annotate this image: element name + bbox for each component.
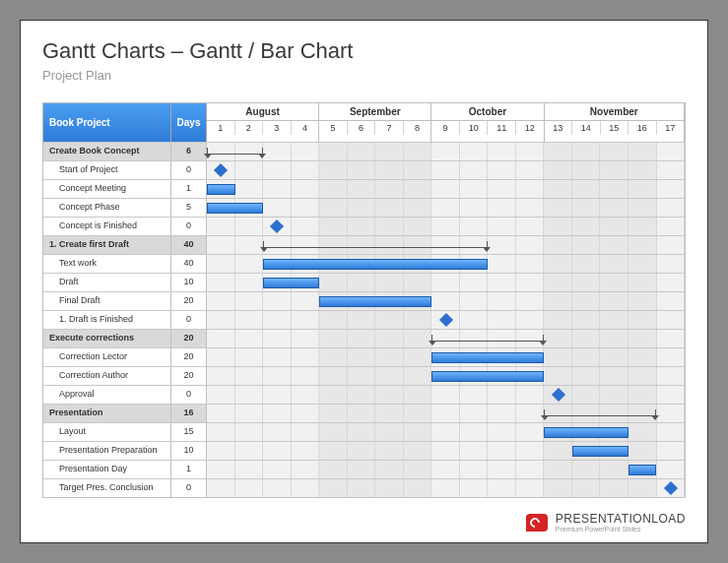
week-label: 13 [545,121,573,135]
gantt-bar [319,296,431,307]
gantt-grid-row [207,311,685,329]
gantt-task-row: Presentation Preparation10 [43,441,685,460]
task-name: Presentation [43,405,171,422]
gantt-group-row: 1. Create first Draft40 [43,235,685,254]
week-label: 14 [572,121,601,135]
task-name: Start of Project [43,161,171,179]
task-days: 40 [171,236,207,254]
week-label: 10 [460,121,489,135]
task-days: 16 [171,405,207,422]
gantt-task-row: Correction Author20 [43,366,685,385]
task-name: Layout [43,423,171,441]
summary-bracket [207,148,263,155]
gantt-grid-row [207,180,685,198]
slide: Gantt Charts – Gantt / Bar Chart Project… [20,20,708,543]
gantt-grid-row [207,236,685,254]
summary-bracket [544,409,656,416]
week-label: 2 [235,121,264,135]
month-header: November1314151617 [545,103,685,142]
task-days: 10 [171,274,207,291]
task-days: 20 [171,292,207,310]
gantt-group-row: Execute corrections20 [43,329,685,347]
gantt-bar [263,259,488,270]
month-header: October9101112 [431,103,544,142]
week-label: 9 [431,121,460,135]
gantt-grid-row [207,386,685,404]
footer-brand: PRESENTATIONLOAD Premium PowerPoint Slid… [526,512,686,532]
days-column-header: Days [171,103,207,142]
task-days: 15 [171,423,207,441]
task-name: Concept Meeting [43,180,171,198]
gantt-grid-row [207,461,685,478]
gantt-task-row: Approval0 [43,385,685,404]
gantt-task-row: Correction Lector20 [43,347,685,366]
task-days: 0 [171,161,207,179]
summary-bracket [263,241,488,248]
brand-name: PRESENTATIONLOAD [556,512,686,526]
gantt-grid-row [207,367,685,385]
gantt-grid-row [207,405,685,422]
task-days: 0 [171,479,207,497]
week-label: 17 [657,121,685,135]
gantt-task-row: Concept Phase5 [43,198,685,217]
gantt-grid-row [207,292,685,310]
task-name: Text work [43,255,171,273]
gantt-task-row: Draft10 [43,273,685,291]
gantt-task-row: Concept Meeting1 [43,179,685,198]
task-days: 1 [171,180,207,198]
gantt-task-row: 1. Draft is Finished0 [43,310,685,329]
task-name: Correction Author [43,367,171,385]
gantt-task-row: Concept is Finished0 [43,217,685,235]
gantt-grid-row [207,479,685,497]
gantt-task-row: Final Draft20 [43,291,685,310]
month-label: October [431,106,543,117]
task-days: 5 [171,199,207,217]
task-days: 0 [171,218,207,235]
summary-bracket [431,335,544,342]
task-days: 20 [171,367,207,385]
month-header: August1234 [207,103,319,142]
gantt-grid-row [207,274,685,291]
month-label: August [207,106,318,117]
gantt-grid-row [207,442,685,460]
gantt-chart: Book Project Days August1234September567… [42,102,686,498]
week-label: 7 [375,121,404,135]
task-name: Concept is Finished [43,218,171,235]
gantt-body: Create Book Concept6Start of Project0Con… [43,142,685,497]
task-name: Final Draft [43,292,171,310]
gantt-bar [431,352,544,363]
month-label: September [319,106,430,117]
gantt-grid-row [207,423,685,441]
week-label: 16 [629,121,657,135]
task-days: 0 [171,311,207,329]
week-label: 12 [516,121,544,135]
gantt-grid-row [207,161,685,179]
gantt-bar [629,465,657,475]
task-name: Presentation Preparation [43,442,171,460]
week-label: 11 [488,121,516,135]
week-label: 3 [263,121,292,135]
task-days: 6 [171,143,207,160]
task-days: 20 [171,330,207,347]
month-header: September5678 [319,103,431,142]
week-label: 15 [601,121,629,135]
task-days: 1 [171,461,207,478]
slide-subtitle: Project Plan [42,68,686,83]
gantt-bar [544,427,629,438]
task-name: Target Pres. Conclusion [43,479,171,497]
gantt-grid-row [207,348,685,366]
week-label: 5 [319,121,348,135]
month-header-row: August1234September5678October9101112Nov… [207,103,685,142]
task-name: Presentation Day [43,461,171,478]
gantt-header: Book Project Days August1234September567… [43,103,685,142]
gantt-task-row: Target Pres. Conclusion0 [43,478,685,497]
gantt-bar [431,371,544,382]
gantt-grid-row [207,255,685,273]
gantt-bar [263,278,319,288]
gantt-bar [572,446,629,457]
task-name: Draft [43,274,171,291]
gantt-task-row: Layout15 [43,422,685,441]
brand-tagline: Premium PowerPoint Slides [556,526,686,532]
task-name: 1. Draft is Finished [43,311,171,329]
week-label: 1 [207,121,235,135]
